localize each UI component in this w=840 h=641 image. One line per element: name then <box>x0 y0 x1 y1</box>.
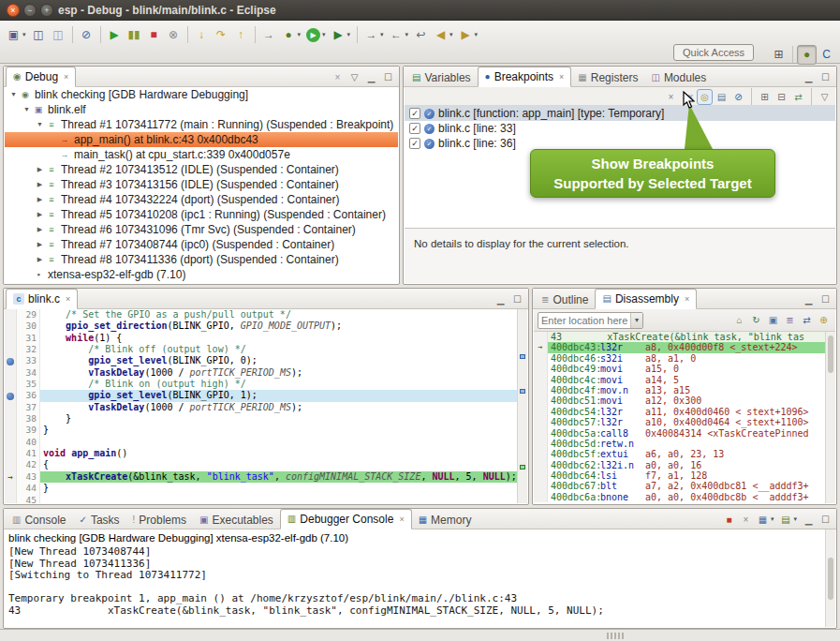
debugger-console[interactable]: blink checking [GDB Hardware Debugging] … <box>5 529 825 627</box>
track-expression-icon[interactable]: ⇄ <box>799 312 815 328</box>
code-line[interactable]: 42{ <box>5 459 517 470</box>
disconnect-icon[interactable]: ⊗ <box>164 25 184 45</box>
display-selected-console-icon[interactable]: ▦ <box>755 512 771 528</box>
debug-perspective-icon[interactable]: ● <box>797 45 817 65</box>
code-line[interactable]: 30 gpio_set_direction(BLINK_GPIO, GPIO_M… <box>5 320 517 332</box>
open-console-icon[interactable]: ▤ <box>777 512 793 528</box>
dropdown-arrow-icon[interactable]: ▾ <box>405 31 409 38</box>
tab-close-icon[interactable]: × <box>64 72 68 82</box>
location-input[interactable] <box>538 313 630 327</box>
breakpoint-checkbox[interactable]: ✓ <box>409 138 420 149</box>
maximize-button[interactable]: ☐ <box>818 291 833 307</box>
minimize-button[interactable]: ▁ <box>801 291 817 307</box>
collapse-arrow-icon[interactable]: ▼ <box>8 87 19 102</box>
disassembly-line[interactable]: 400dbc51:movia12, 0x300 <box>534 395 825 406</box>
view-menu-icon[interactable]: ▽ <box>346 69 362 85</box>
remove-breakpoint-icon[interactable]: × <box>663 89 679 105</box>
tab-memory[interactable]: ▦Memory <box>412 510 479 529</box>
disassembly-line[interactable]: 400dbc57:l32ra10, 0x400d0464 <_stext+110… <box>534 417 825 427</box>
dropdown-arrow-icon[interactable]: ▾ <box>793 515 797 523</box>
tab-close-icon[interactable]: × <box>685 294 689 304</box>
debug-tree-item[interactable]: →app_main() at blink.c:43 0x400dbc43 <box>5 132 398 147</box>
dropdown-arrow-icon[interactable]: ▾ <box>298 31 302 38</box>
code-line[interactable]: 45 <box>5 495 517 504</box>
tab-modules[interactable]: ◫Modules <box>644 67 713 87</box>
overview-breakpoint-mark[interactable] <box>520 389 525 394</box>
view-menu-icon[interactable]: ▽ <box>817 89 833 105</box>
debug-tree-item[interactable]: ▼≡Thread #1 1073411772 (main : Running) … <box>5 117 398 132</box>
debug-tree-item[interactable]: ▶≡Thread #6 1073431096 (Tmr Svc) (Suspen… <box>5 222 398 237</box>
disassembly-line[interactable]: 400dbc6a:bnonea0, a0, 0x400dbc8b <__addd… <box>534 492 825 502</box>
tab-disassembly[interactable]: ▤Disassembly× <box>595 289 697 309</box>
expand-arrow-icon[interactable]: ▶ <box>35 177 45 192</box>
dropdown-arrow-icon[interactable]: ▾ <box>322 31 326 38</box>
window-close-button[interactable]: × <box>7 4 20 17</box>
step-into-icon[interactable]: ↓ <box>192 25 212 45</box>
overview-current-line-mark[interactable] <box>520 465 525 470</box>
expand-arrow-icon[interactable]: ▶ <box>35 162 45 177</box>
skip-all-breakpoints-icon[interactable]: ⊘ <box>730 89 746 105</box>
debug-tree-item[interactable]: ▼◉blink checking [GDB Hardware Debugging… <box>5 87 398 102</box>
disassembly-line[interactable]: →400dbc43:l32ra8, 0x400d00f8 <_stext+224… <box>534 342 825 352</box>
disassembly-line[interactable]: 400dbc4f:mov.na13, a15 <box>534 385 825 395</box>
instruction-stepping-icon[interactable]: → <box>259 25 279 45</box>
location-combo[interactable]: ▾ <box>538 312 643 329</box>
disassembly-line[interactable]: 400dbc46:s32ia8, a1, 0 <box>534 353 825 364</box>
debug-tree-item[interactable]: →main_task() at cpu_start.c:339 0x400d05… <box>5 147 398 162</box>
expand-arrow-icon[interactable]: ▶ <box>35 192 45 207</box>
sync-selection-icon[interactable]: ⊕ <box>816 312 832 328</box>
resize-grip[interactable] <box>607 633 624 639</box>
dropdown-arrow-icon[interactable]: ▾ <box>380 31 384 38</box>
tab-problems[interactable]: !Problems <box>126 510 193 529</box>
terminate-console-icon[interactable]: ■ <box>721 512 737 528</box>
save-icon[interactable]: ◫ <box>29 25 49 45</box>
expand-all-icon[interactable]: ⊞ <box>757 89 773 105</box>
back-icon[interactable]: ◀ <box>431 25 450 45</box>
collapse-arrow-icon[interactable]: ▼ <box>35 117 45 132</box>
tab-registers[interactable]: ▦Registers <box>571 67 644 87</box>
step-over-icon[interactable]: ↷ <box>212 25 231 45</box>
window-maximize-button[interactable]: + <box>40 4 53 17</box>
remove-all-terminated-icon[interactable]: × <box>330 69 346 85</box>
tab-executables[interactable]: ▣Executables <box>193 510 280 529</box>
tab-close-icon[interactable]: × <box>399 514 404 524</box>
debug-tree-item[interactable]: ▶≡Thread #8 1073411336 (dport) (Suspende… <box>5 252 398 267</box>
code-line[interactable]: →43 xTaskCreate(&blink_task, "blink_task… <box>5 471 517 483</box>
last-edit-location-icon[interactable]: ↩ <box>411 25 431 45</box>
disassembly-line[interactable]: 400dbc5f:extuia6, a0, 23, 13 <box>534 449 825 459</box>
disassembly-content[interactable]: 43 xTaskCreate(&blink_task, "blink_tas→4… <box>534 332 825 503</box>
breakpoint-row[interactable]: ✓✓blink.c [function: app_main] [type: Te… <box>405 106 835 121</box>
terminate-icon[interactable]: ■ <box>144 25 164 45</box>
editor-overview-ruler[interactable] <box>517 309 527 503</box>
open-perspective-icon[interactable]: ⊞ <box>769 45 788 65</box>
debug-tree-item[interactable]: ▼▣blink.elf <box>5 102 398 117</box>
expand-arrow-icon[interactable]: ▶ <box>35 237 45 252</box>
tab-debug[interactable]: ◉Debug× <box>6 67 76 87</box>
remove-launch-icon[interactable]: × <box>738 512 754 528</box>
tab-close-icon[interactable]: × <box>559 72 564 82</box>
tab-console[interactable]: ▥Console <box>6 510 72 529</box>
code-line[interactable]: 38 } <box>5 413 517 425</box>
code-editor[interactable]: 29 /* Set the GPIO as a push/pull output… <box>5 309 517 503</box>
dropdown-arrow-icon[interactable]: ▾ <box>22 31 26 38</box>
debug-tree-item[interactable]: ▶≡Thread #5 1073410208 (ipc1 : Running) … <box>5 207 398 222</box>
code-line[interactable]: 34 vTaskDelay(1000 / portTICK_PERIOD_MS)… <box>5 367 517 379</box>
breakpoint-checkbox[interactable]: ✓ <box>409 108 420 119</box>
expand-arrow-icon[interactable]: ▶ <box>35 222 45 237</box>
tab-breakpoints[interactable]: ●Breakpoints× <box>478 67 572 87</box>
disassembly-line[interactable]: 400dbc4c:movia14, 5 <box>534 375 825 385</box>
maximize-button[interactable]: ☐ <box>380 69 396 85</box>
overview-breakpoint-mark[interactable] <box>520 354 525 359</box>
next-annotation-icon[interactable]: → <box>361 25 381 45</box>
maximize-button[interactable]: ☐ <box>818 69 833 85</box>
tab-tasks[interactable]: ✓Tasks <box>72 510 125 529</box>
copy-icon[interactable]: ▣ <box>765 312 781 328</box>
combo-dropdown-icon[interactable]: ▾ <box>630 313 642 328</box>
refresh-icon[interactable]: ↻ <box>748 312 764 328</box>
minimize-button[interactable]: ▁ <box>363 69 379 85</box>
disassembly-line[interactable]: 400dbc62:l32i.na0, a0, 16 <box>534 460 825 470</box>
minimize-button[interactable]: ▁ <box>801 69 817 85</box>
disassembly-line[interactable]: 400dbc64:lsif7, a1, 128 <box>534 470 825 481</box>
collapse-arrow-icon[interactable]: ▼ <box>22 102 32 117</box>
expand-arrow-icon[interactable]: ▶ <box>35 207 45 222</box>
